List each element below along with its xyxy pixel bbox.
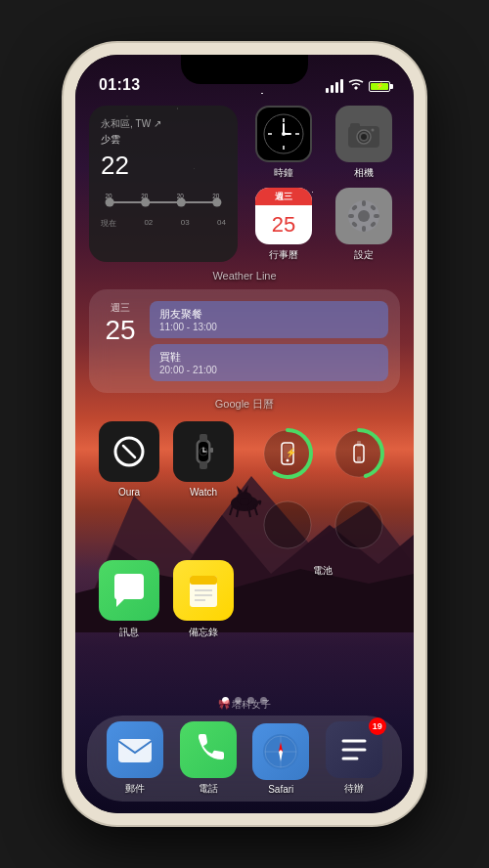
messages-label: 訊息 xyxy=(119,626,139,639)
watch-icon[interactable] xyxy=(173,421,234,482)
cal-event-time-2: 20:00 - 21:00 xyxy=(159,365,378,375)
empty-battery-circle-2 xyxy=(327,493,390,556)
svg-point-67 xyxy=(335,501,382,548)
signal-bars-icon xyxy=(326,79,343,93)
svg-text:20: 20 xyxy=(212,193,220,199)
battery-label-container: 電池 xyxy=(255,560,390,578)
settings-icon[interactable] xyxy=(335,188,392,244)
left-apps-2: 訊息 備忘錄 xyxy=(99,560,234,639)
todo-label: 待辦 xyxy=(344,782,364,796)
calendar-label: 行事曆 xyxy=(269,248,298,262)
oura-app[interactable]: Oura xyxy=(99,421,159,498)
mail-label: 郵件 xyxy=(125,782,145,796)
cal-events: 朋友聚餐 11:00 - 13:00 買鞋 20:00 - 21:00 xyxy=(150,301,388,381)
svg-rect-38 xyxy=(362,226,366,232)
svg-text:20: 20 xyxy=(177,193,185,199)
oura-icon[interactable] xyxy=(99,421,159,482)
status-icons: ⚡ xyxy=(326,78,390,94)
messages-app[interactable]: 訊息 xyxy=(99,560,159,639)
mail-dock-app[interactable]: 郵件 xyxy=(107,721,163,796)
watch-battery-circle xyxy=(327,421,390,485)
svg-rect-39 xyxy=(348,214,354,218)
phone-frame: 01:13 xyxy=(64,43,425,825)
empty-battery-circle-1 xyxy=(255,493,319,556)
camera-icon[interactable] xyxy=(335,106,392,162)
cal-event-title-1: 朋友聚餐 xyxy=(159,307,378,322)
clock-icon[interactable] xyxy=(255,106,312,162)
svg-point-34 xyxy=(372,129,375,132)
safari-dock-app[interactable]: Safari xyxy=(252,723,309,795)
battery-icon: ⚡ xyxy=(369,81,390,92)
weather-condition: 少雲 xyxy=(101,133,226,147)
todo-dock-app[interactable]: 19 待辦 xyxy=(326,721,382,796)
calendar-widget[interactable]: 週三 25 朋友聚餐 11:00 - 13:00 買鞋 20:00 - 21:0… xyxy=(89,289,400,393)
watch-label: Watch xyxy=(190,487,217,498)
safari-icon[interactable] xyxy=(252,723,309,780)
phone-dock-app[interactable]: 電話 xyxy=(180,721,237,796)
battery-circles: ⚡ xyxy=(255,421,390,556)
cal-date-side: 週三 25 xyxy=(101,301,140,381)
svg-point-36 xyxy=(358,210,370,222)
cal-event-title-2: 買鞋 xyxy=(159,350,378,365)
cal-event-2[interactable]: 買鞋 20:00 - 21:00 xyxy=(150,344,388,381)
widget-row-1: 永和區, TW ↗ 少雲 22 20 20 20 xyxy=(89,106,400,262)
svg-text:20: 20 xyxy=(141,193,149,199)
weather-line-label: Weather Line xyxy=(212,270,276,282)
svg-point-28 xyxy=(282,132,286,136)
camera-label: 相機 xyxy=(354,166,374,180)
battery-label: 電池 xyxy=(313,565,333,576)
mail-icon[interactable] xyxy=(107,721,163,778)
notes-app[interactable]: 備忘錄 xyxy=(173,560,234,639)
svg-point-66 xyxy=(264,501,311,548)
weather-times: 現在 02 03 04 xyxy=(101,218,226,229)
notch xyxy=(181,55,308,84)
phone-battery-circle: ⚡ xyxy=(255,421,319,485)
weather-line-label-row: Weather Line xyxy=(89,270,400,282)
notes-label: 備忘錄 xyxy=(189,626,218,639)
app-grid-top: 時鐘 xyxy=(247,106,400,262)
oura-label: Oura xyxy=(118,487,140,498)
svg-line-46 xyxy=(123,446,135,457)
settings-label: 設定 xyxy=(354,248,374,262)
notes-icon[interactable] xyxy=(173,560,234,621)
messages-icon[interactable] xyxy=(99,560,159,621)
svg-rect-40 xyxy=(374,214,379,218)
settings-app[interactable]: 設定 xyxy=(328,188,400,262)
cal-event-time-1: 11:00 - 13:00 xyxy=(159,322,378,332)
app-row-2-container: 訊息 備忘錄 xyxy=(89,560,400,639)
phone-icon[interactable] xyxy=(180,721,237,778)
cal-event-1[interactable]: 朋友聚餐 11:00 - 13:00 xyxy=(150,301,388,338)
safari-label: Safari xyxy=(268,784,293,795)
svg-text:⚡: ⚡ xyxy=(286,447,297,458)
battery-widget[interactable]: ⚡ xyxy=(255,421,390,556)
phone-label: 電話 xyxy=(199,782,218,796)
svg-point-59 xyxy=(286,458,289,461)
svg-rect-65 xyxy=(357,456,361,462)
watermark: 🎀 塔科女子 xyxy=(218,698,272,712)
clock-label: 時鐘 xyxy=(274,166,293,180)
svg-rect-49 xyxy=(200,461,207,469)
svg-point-33 xyxy=(361,134,367,140)
calendar-app[interactable]: 週三 25 行事曆 xyxy=(247,188,320,262)
calendar-icon[interactable]: 週三 25 xyxy=(255,188,312,244)
svg-rect-64 xyxy=(357,441,361,447)
clock-app[interactable]: 時鐘 xyxy=(247,106,320,180)
svg-rect-51 xyxy=(210,448,213,453)
weather-location: 永和區, TW ↗ xyxy=(101,117,226,131)
svg-rect-30 xyxy=(350,123,360,128)
wifi-icon xyxy=(348,78,364,94)
cal-day-num: 25 xyxy=(105,315,135,346)
camera-app[interactable]: 相機 xyxy=(328,106,400,180)
svg-text:20: 20 xyxy=(106,193,113,199)
svg-rect-69 xyxy=(190,576,217,585)
app-row-main: Oura xyxy=(89,421,400,556)
weather-widget[interactable]: 永和區, TW ↗ 少雲 22 20 20 20 xyxy=(89,106,238,262)
svg-rect-48 xyxy=(200,434,207,442)
cal-weekday: 週三 xyxy=(111,301,130,315)
weather-temp: 22 xyxy=(101,151,226,181)
svg-rect-73 xyxy=(118,739,152,762)
status-time: 01:13 xyxy=(99,76,140,94)
phone-screen: 01:13 xyxy=(75,55,414,813)
todo-badge: 19 xyxy=(369,717,386,735)
watch-app[interactable]: Watch xyxy=(173,421,234,498)
